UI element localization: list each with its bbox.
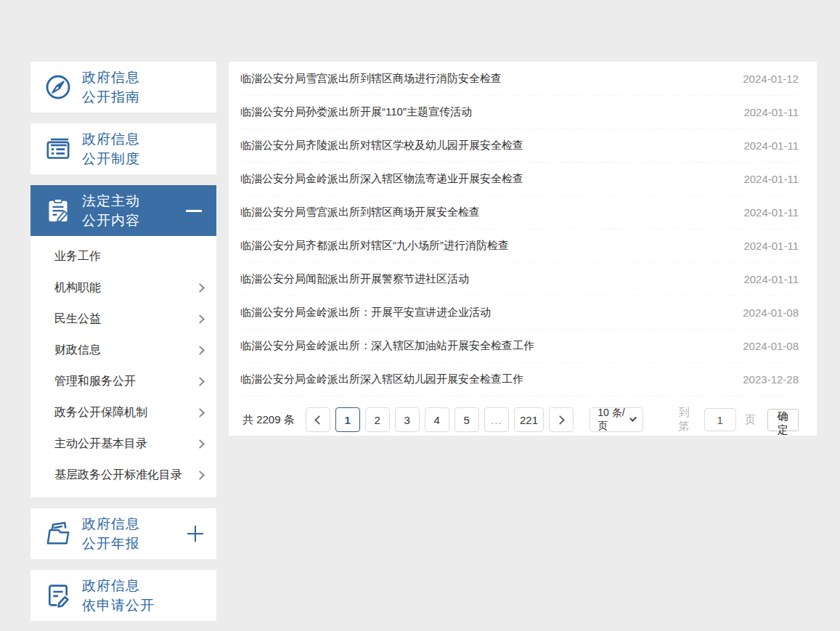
goto-suffix-label: 页 xyxy=(745,413,756,427)
sidebar: 政府信息公开指南 政府信息公开制度 法定主动公开内 xyxy=(30,62,216,631)
chevron-right-icon xyxy=(195,346,205,355)
list-item: 临淄公安分局雪宫派出所到辖区商场开展安全检查 2024-01-11 xyxy=(240,196,799,229)
news-list-panel: 临淄公安分局雪宫派出所到辖区商场进行消防安全检查 2024-01-12 临淄公安… xyxy=(229,62,817,436)
chevron-right-icon xyxy=(195,408,205,418)
news-date: 2024-01-11 xyxy=(743,240,799,252)
sidebar-item-label: 政府信息公开年报 xyxy=(82,514,140,553)
prev-page-button[interactable] xyxy=(306,407,330,432)
confirm-button[interactable]: 确定 xyxy=(767,409,799,431)
sidebar-item-label: 政府信息公开指南 xyxy=(82,68,140,107)
list-item: 临淄公安分局金岭派出所深入辖区物流寄递业开展安全检查 2024-01-11 xyxy=(240,163,799,196)
ledger-icon xyxy=(41,134,75,163)
total-count: 共 2209 条 xyxy=(242,413,295,427)
news-date: 2024-01-11 xyxy=(743,173,799,185)
news-date: 2024-01-08 xyxy=(743,306,799,319)
next-page-button[interactable] xyxy=(549,407,574,432)
news-link[interactable]: 临淄公安分局雪宫派出所到辖区商场开展安全检查 xyxy=(240,205,480,219)
submenu-label: 政务公开保障机制 xyxy=(54,405,147,420)
news-date: 2024-01-11 xyxy=(743,139,799,152)
page-button-221[interactable]: 221 xyxy=(514,407,544,432)
sidebar-item-guide[interactable]: 政府信息公开指南 xyxy=(30,62,216,113)
submenu-item-org[interactable]: 机构职能 xyxy=(30,272,216,304)
page-button-4[interactable]: 4 xyxy=(425,407,449,432)
submenu-item-guarantee[interactable]: 政务公开保障机制 xyxy=(30,397,216,428)
expand-icon xyxy=(187,526,203,542)
collapse-icon xyxy=(186,210,202,212)
sidebar-item-label: 法定主动公开内容 xyxy=(82,191,140,230)
news-link[interactable]: 临淄公安分局齐都派出所对辖区“九小场所”进行消防检查 xyxy=(240,239,509,253)
sidebar-item-label: 政府信息依申请公开 xyxy=(82,576,155,615)
doc-edit-icon xyxy=(41,581,75,610)
compass-icon xyxy=(41,73,75,102)
folder-icon xyxy=(41,519,75,548)
submenu-item-business[interactable]: 业务工作 xyxy=(30,241,216,272)
submenu-label: 管理和服务公开 xyxy=(54,374,136,389)
submenu-label: 业务工作 xyxy=(54,249,101,264)
chevron-right-icon xyxy=(195,377,205,386)
news-date: 2023-12-28 xyxy=(743,373,799,386)
news-link[interactable]: 临淄公安分局齐陵派出所对辖区学校及幼儿园开展安全检查 xyxy=(240,139,523,152)
submenu-item-grassroots[interactable]: 基层政务公开标准化目录 xyxy=(30,460,216,491)
news-link[interactable]: 临淄公安分局金岭派出所：开展平安宣讲进企业活动 xyxy=(240,306,491,319)
news-link[interactable]: 临淄公安分局闻韶派出所开展警察节进社区活动 xyxy=(240,272,469,286)
submenu-item-livelihood[interactable]: 民生公益 xyxy=(30,304,216,335)
submenu-label: 机构职能 xyxy=(54,280,101,296)
goto-page-input[interactable] xyxy=(704,408,736,431)
list-item: 临淄公安分局金岭派出所深入辖区幼儿园开展安全检查工作 2023-12-28 xyxy=(240,363,799,396)
news-link[interactable]: 临淄公安分局金岭派出所：深入辖区加油站开展安全检查工作 xyxy=(240,339,534,353)
sidebar-submenu: 业务工作 机构职能 民生公益 财政信息 管理和服务公开 政务公开保障机制 主动公… xyxy=(30,236,216,497)
pagination: 共 2209 条 1 2 3 4 5 ... 221 10 条/页 到第 页 确… xyxy=(240,406,799,433)
news-link[interactable]: 临淄公安分局雪宫派出所到辖区商场进行消防安全检查 xyxy=(240,72,502,86)
page-button-5[interactable]: 5 xyxy=(454,407,479,432)
news-link[interactable]: 临淄公安分局孙娄派出所开展“110”主题宣传活动 xyxy=(240,105,472,119)
news-date: 2024-01-08 xyxy=(743,340,799,352)
sidebar-item-request-disclosure[interactable]: 政府信息依申请公开 xyxy=(30,570,216,621)
sidebar-item-label: 政府信息公开制度 xyxy=(82,129,140,168)
page-ellipsis[interactable]: ... xyxy=(484,407,509,432)
page-button-1[interactable]: 1 xyxy=(335,407,360,432)
chevron-left-icon xyxy=(314,415,324,425)
list-item: 临淄公安分局金岭派出所：开展平安宣讲进企业活动 2024-01-08 xyxy=(240,296,799,330)
submenu-label: 财政信息 xyxy=(54,343,101,358)
chevron-right-icon xyxy=(555,415,565,425)
news-link[interactable]: 临淄公安分局金岭派出所深入辖区物流寄递业开展安全检查 xyxy=(240,172,523,186)
submenu-label: 主动公开基本目录 xyxy=(54,436,147,452)
page-size-value: 10 条/页 xyxy=(598,407,625,433)
page-size-select[interactable]: 10 条/页 xyxy=(590,407,643,432)
news-date: 2024-01-11 xyxy=(743,273,799,285)
submenu-item-finance[interactable]: 财政信息 xyxy=(30,335,216,366)
submenu-item-catalog[interactable]: 主动公开基本目录 xyxy=(30,428,216,460)
news-date: 2024-01-12 xyxy=(743,73,799,85)
chevron-right-icon xyxy=(195,471,205,480)
goto-prefix-label: 到第 xyxy=(678,406,695,433)
news-link[interactable]: 临淄公安分局金岭派出所深入辖区幼儿园开展安全检查工作 xyxy=(240,373,523,386)
sidebar-item-system[interactable]: 政府信息公开制度 xyxy=(30,123,216,174)
sidebar-item-annual-report[interactable]: 政府信息公开年报 xyxy=(30,508,216,559)
list-item: 临淄公安分局雪宫派出所到辖区商场进行消防安全检查 2024-01-12 xyxy=(240,62,799,96)
list-item: 临淄公安分局金岭派出所：深入辖区加油站开展安全检查工作 2024-01-08 xyxy=(240,330,799,363)
submenu-label: 民生公益 xyxy=(54,312,101,327)
page-button-2[interactable]: 2 xyxy=(365,407,390,432)
list-item: 临淄公安分局闻韶派出所开展警察节进社区活动 2024-01-11 xyxy=(240,263,799,296)
list-item: 临淄公安分局齐陵派出所对辖区学校及幼儿园开展安全检查 2024-01-11 xyxy=(240,129,799,163)
submenu-item-management[interactable]: 管理和服务公开 xyxy=(30,366,216,397)
chevron-right-icon xyxy=(195,283,205,293)
news-date: 2024-01-11 xyxy=(743,206,799,219)
chevron-down-icon xyxy=(629,415,637,422)
clipboard-edit-icon xyxy=(41,196,75,225)
news-date: 2024-01-11 xyxy=(743,106,799,118)
list-item: 临淄公安分局齐都派出所对辖区“九小场所”进行消防检查 2024-01-11 xyxy=(240,229,799,263)
chevron-right-icon xyxy=(195,314,205,324)
page-button-3[interactable]: 3 xyxy=(395,407,420,432)
list-item: 临淄公安分局孙娄派出所开展“110”主题宣传活动 2024-01-11 xyxy=(240,96,799,129)
chevron-right-icon xyxy=(195,439,205,449)
submenu-label: 基层政务公开标准化目录 xyxy=(54,468,182,483)
sidebar-item-statutory[interactable]: 法定主动公开内容 xyxy=(30,185,216,236)
